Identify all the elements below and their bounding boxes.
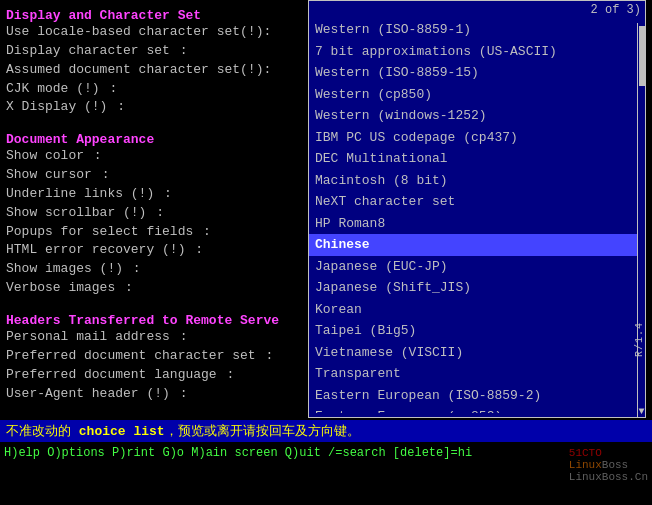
- dropdown-item[interactable]: Vietnamese (VISCII): [309, 342, 645, 364]
- dropdown-item[interactable]: Western (ISO-8859-1): [309, 19, 645, 41]
- setting-label: Use locale-based character set(!):: [6, 23, 271, 42]
- watermark-sub: Linux: [569, 459, 602, 471]
- setting-colon: :: [172, 385, 188, 404]
- setting-row: HTML error recovery (!) :: [6, 241, 304, 260]
- dropdown-item[interactable]: Western (windows-1252): [309, 105, 645, 127]
- watermark-site: 51CTO: [569, 447, 602, 459]
- setting-row: Show color :: [6, 147, 304, 166]
- scrollbar[interactable]: ▼: [637, 23, 645, 417]
- setting-colon: :: [172, 328, 188, 347]
- setting-row: Preferred document language :: [6, 366, 304, 385]
- dropdown-item[interactable]: Transparent: [309, 363, 645, 385]
- setting-colon: :: [102, 80, 118, 99]
- bottom-text: H)elp O)ptions P)rint G)o M)ain screen Q…: [4, 446, 472, 460]
- setting-row: Verbose images :: [6, 279, 304, 298]
- dropdown-counter: 2 of 3): [309, 1, 645, 19]
- setting-colon: :: [172, 42, 188, 61]
- dropdown-item[interactable]: Taipei (Big5): [309, 320, 645, 342]
- setting-row: Show scrollbar (!) :: [6, 204, 304, 223]
- setting-row: Preferred document character set :: [6, 347, 304, 366]
- left-panel: Display and Character Set Use locale-bas…: [0, 0, 310, 420]
- scrollbar-arrow-down[interactable]: ▼: [638, 406, 644, 417]
- dropdown-item[interactable]: Eastern European (cp852): [309, 406, 645, 413]
- dropdown-list[interactable]: Western (ISO-8859-1)7 bit approximations…: [309, 19, 645, 413]
- setting-colon: :: [187, 241, 203, 260]
- setting-row: Use locale-based character set(!):: [6, 23, 304, 42]
- dropdown-item[interactable]: Japanese (EUC-JP): [309, 256, 645, 278]
- dropdown-item[interactable]: Korean: [309, 299, 645, 321]
- setting-label: Preferred document language: [6, 366, 217, 385]
- setting-colon: :: [125, 260, 141, 279]
- main-area: Display and Character Set Use locale-bas…: [0, 0, 652, 420]
- setting-row: CJK mode (!) :: [6, 80, 304, 99]
- dropdown-item[interactable]: DEC Multinational: [309, 148, 645, 170]
- setting-row: User-Agent header (!) :: [6, 385, 304, 404]
- setting-row: X Display (!) :: [6, 98, 304, 117]
- dropdown-panel[interactable]: 2 of 3) Western (ISO-8859-1)7 bit approx…: [308, 0, 646, 418]
- setting-label: Show scrollbar (!): [6, 204, 146, 223]
- watermark-domain: LinuxBoss.Cn: [569, 471, 648, 483]
- dropdown-item[interactable]: NeXT character set: [309, 191, 645, 213]
- status-text: 不准改动的: [6, 422, 79, 440]
- section2-title: Document Appearance: [6, 132, 304, 147]
- dropdown-item[interactable]: HP Roman8: [309, 213, 645, 235]
- dropdown-item[interactable]: Western (cp850): [309, 84, 645, 106]
- setting-colon: :: [258, 347, 274, 366]
- setting-label: Personal mail address: [6, 328, 170, 347]
- dropdown-item[interactable]: Eastern European (ISO-8859-2): [309, 385, 645, 407]
- scrollbar-thumb[interactable]: [639, 26, 645, 86]
- setting-row: Underline links (!) :: [6, 185, 304, 204]
- setting-label: Preferred document character set: [6, 347, 256, 366]
- dropdown-item[interactable]: Western (ISO-8859-15): [309, 62, 645, 84]
- setting-label: Display character set: [6, 42, 170, 61]
- dropdown-item[interactable]: 7 bit approximations (US-ASCII): [309, 41, 645, 63]
- setting-colon: :: [195, 223, 211, 242]
- setting-label: X Display (!): [6, 98, 107, 117]
- status-bar: 不准改动的 choice list ，预览或离开请按回车及方向键。: [0, 420, 652, 442]
- scrollbar-label: R/1.4: [634, 322, 645, 357]
- setting-label: Show cursor: [6, 166, 92, 185]
- status-choice-bold: choice list: [79, 424, 165, 439]
- setting-label: Popups for select fields: [6, 223, 193, 242]
- setting-label: Assumed document character set(!):: [6, 61, 271, 80]
- setting-label: Underline links (!): [6, 185, 154, 204]
- setting-colon: :: [109, 98, 125, 117]
- setting-row: Show cursor :: [6, 166, 304, 185]
- dropdown-item[interactable]: Japanese (Shift_JIS): [309, 277, 645, 299]
- setting-label: Verbose images: [6, 279, 115, 298]
- setting-colon: :: [219, 366, 235, 385]
- setting-colon: :: [94, 166, 110, 185]
- setting-label: HTML error recovery (!): [6, 241, 185, 260]
- setting-label: User-Agent header (!): [6, 385, 170, 404]
- bottom-bar: H)elp O)ptions P)rint G)o M)ain screen Q…: [0, 442, 652, 464]
- setting-label: Show color: [6, 147, 84, 166]
- setting-colon: :: [148, 204, 164, 223]
- dropdown-item[interactable]: Chinese: [309, 234, 645, 256]
- setting-label: CJK mode (!): [6, 80, 100, 99]
- setting-row: Display character set :: [6, 42, 304, 61]
- setting-row: Personal mail address :: [6, 328, 304, 347]
- dropdown-item[interactable]: IBM PC US codepage (cp437): [309, 127, 645, 149]
- section1-title: Display and Character Set: [6, 8, 304, 23]
- watermark: 51CTO LinuxBoss LinuxBoss.Cn: [569, 447, 648, 483]
- status-rest: ，预览或离开请按回车及方向键。: [165, 422, 360, 440]
- watermark-boss: Boss: [602, 459, 628, 471]
- dropdown-item[interactable]: Macintosh (8 bit): [309, 170, 645, 192]
- setting-colon: :: [86, 147, 102, 166]
- setting-label: Show images (!): [6, 260, 123, 279]
- setting-colon: :: [117, 279, 133, 298]
- setting-colon: :: [156, 185, 172, 204]
- section3-title: Headers Transferred to Remote Serve: [6, 313, 304, 328]
- setting-row: Assumed document character set(!):: [6, 61, 304, 80]
- setting-row: Popups for select fields :: [6, 223, 304, 242]
- setting-row: Show images (!) :: [6, 260, 304, 279]
